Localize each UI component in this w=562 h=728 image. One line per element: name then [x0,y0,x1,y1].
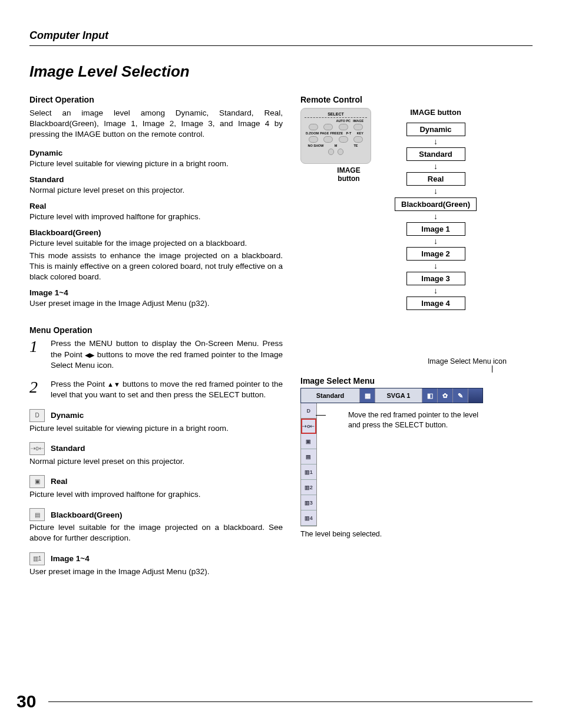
image14-desc: User preset image in the Image Adjust Me… [29,298,283,309]
flow-box: Image 2 [406,247,465,261]
remote-page-label: PAGE [319,131,330,135]
flow-box: Real [406,172,465,186]
remote-labels-row2: NO SHOW M TE [306,144,366,147]
step2-pre: Press the Point [51,380,107,388]
arrow-down-icon: ↓ [434,288,438,294]
real-icon: ▣ [29,475,45,488]
point-left-right-icon: ◀▶ [85,351,95,358]
remote-dzoom-label: D.ZOOM [306,131,319,135]
menu-item-standard: ⇢o⇠ [301,419,316,434]
menu-area: D ⇢o⇠ ▣ ▤ ▥1 ▥2 ▥3 ▥4 Move the red frame… [300,403,483,526]
remote-noshow-label: NO SHOW [306,144,326,147]
menu-bar: Standard ▦ SVGA 1 ◧ ✿ ✎ [300,388,483,403]
flow-box: Blackboard(Green) [395,197,477,211]
remote-te-label: TE [346,144,366,147]
dynamic-desc: Picture level suitable for viewing pictu… [29,159,283,169]
section-header: Computer Input [29,29,533,46]
menu-item-dynamic: D [301,403,316,419]
menu-bar-icon3: ✿ [438,388,453,403]
remote-heading: Remote Control [300,95,518,104]
remote-caption-2: button [326,174,371,183]
menu-hint-wrapper: Move the red framed pointer to the level… [317,403,484,526]
remote-buttons-row2 [306,136,366,143]
menu-hint-line [316,415,326,416]
remote-buttons-row3 [306,149,366,155]
step-1: 1 Press the MENU button to display the O… [29,338,283,371]
direct-heading: Direct Operation [29,95,283,104]
remote-autopc-label: AUTO PC [336,119,351,123]
remote-labels-row1: D.ZOOM PAGE FREEZE P-T KEY [306,131,366,135]
page-title: Image Level Selection [29,62,533,81]
blackboard-icon-label: Blackboard(Green) [51,510,123,519]
menu-item-image2: ▥2 [301,480,316,495]
standard-icon-desc: Normal picture level preset on this proj… [29,456,283,467]
image14-icon-label: Image 1~4 [51,554,90,563]
arrow-down-icon: ↓ [434,213,438,220]
real-icon-row: ▣ Real [29,475,283,488]
dynamic-icon: D [29,409,45,422]
remote-pt-label: P-T [343,131,354,135]
menu-side-column: D ⇢o⇠ ▣ ▤ ▥1 ▥2 ▥3 ▥4 [300,403,317,526]
select-menu-title: Image Select Menu [300,376,518,386]
menu-item-image4: ▥4 [301,510,316,526]
dynamic-head: Dynamic [29,149,283,157]
menu-bar-name: Standard [301,388,360,403]
step-1-number: 1 [29,338,44,371]
flow-box: Standard [406,147,465,161]
direct-intro: Select an image level among Dynamic, Sta… [29,108,283,140]
flow-box: Dynamic [406,123,465,136]
menu-caption: The level being selected. [300,530,518,538]
page-number: 30 [16,691,36,711]
real-icon-desc: Picture level with improved halftone for… [29,489,283,500]
menu-icon-note: Image Select Menu icon [300,357,507,365]
standard-head: Standard [29,175,283,184]
image14-icon-row: ▥1 Image 1~4 [29,552,283,565]
menu-item-real: ▣ [301,434,316,449]
menu-item-image1: ▥1 [301,465,316,480]
blackboard-icon-desc: Picture level suitable for the image pro… [29,522,283,543]
left-column: Direct Operation Select an image level a… [29,95,283,583]
flow-box: Image 3 [406,272,465,285]
real-icon-label: Real [51,477,68,486]
flow-title: IMAGE button [410,108,461,117]
blackboard-head: Blackboard(Green) [29,228,283,237]
remote-buttons-row1 [306,124,366,130]
arrow-down-icon: ↓ [434,139,438,145]
footer-rule [48,701,533,702]
step-2: 2 Press the Point ▲▼ buttons to move the… [29,379,283,400]
standard-icon: ⇢o⇠ [29,442,45,455]
remote-freeze-label: FREEZE [330,131,343,135]
standard-icon-label: Standard [51,444,85,453]
standard-desc: Normal picture level preset on this proj… [29,185,283,196]
menu-bar-icon2: ◧ [422,388,438,403]
menu-bar-icon4: ✎ [453,388,468,403]
real-head: Real [29,202,283,210]
remote-control-figure: SELECT AUTO PCIMAGE D.ZOOM PAGE FREEZE P… [300,108,371,183]
dynamic-icon-label: Dynamic [51,411,84,420]
remote-m-label: M [326,144,346,147]
menu-icon-note-line [492,365,492,373]
arrow-down-icon: ↓ [434,163,438,170]
blackboard-desc2: This mode assists to enhance the image p… [29,251,283,283]
standard-icon-row: ⇢o⇠ Standard [29,442,283,455]
remote-key-label: KEY [355,131,366,135]
image14-icon-desc: User preset image in the Image Adjust Me… [29,566,283,577]
flow-box: Image 1 [406,222,465,236]
real-desc: Picture level with improved halftone for… [29,212,283,222]
menu-bar-icon1: ▦ [360,388,375,403]
arrow-down-icon: ↓ [434,188,438,195]
menu-item-image3: ▥3 [301,495,316,510]
blackboard-icon-row: ▤ Blackboard(Green) [29,508,283,521]
right-column: Remote Control SELECT AUTO PCIMAGE D.ZOO… [300,95,518,583]
remote-labels-top: AUTO PCIMAGE [306,119,366,123]
menu-item-blackboard: ▤ [301,449,316,465]
dynamic-icon-row: D Dynamic [29,409,283,422]
image14-head: Image 1~4 [29,288,283,297]
menu-op-heading: Menu Operation [29,325,283,335]
point-up-down-icon: ▲▼ [107,381,120,388]
step-2-number: 2 [29,379,44,400]
arrow-down-icon: ↓ [434,238,438,245]
remote-caption-1: IMAGE [326,166,371,174]
blackboard-desc: Picture level suitable for the image pro… [29,238,283,249]
flow-box: Image 4 [406,297,465,310]
